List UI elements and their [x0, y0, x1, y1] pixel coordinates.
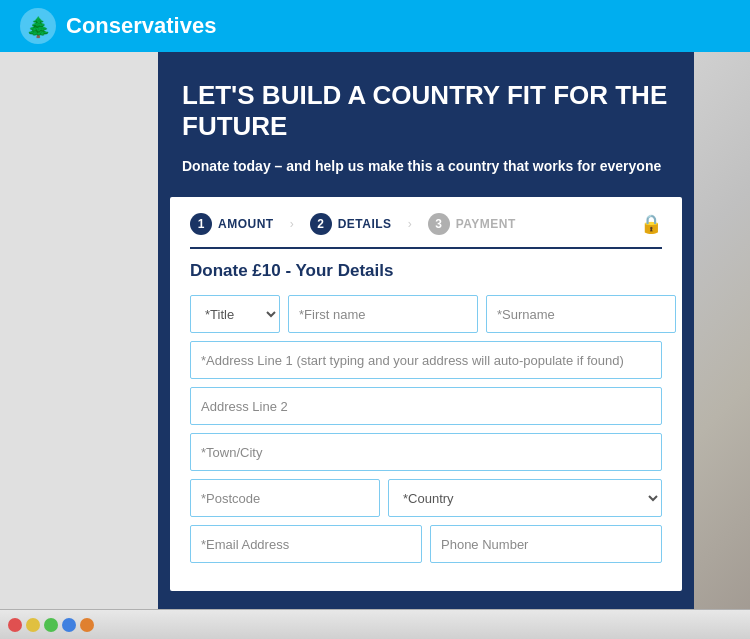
main-layout: LET'S BUILD A COUNTRY FIT FOR THE FUTURE…	[0, 52, 750, 639]
step-amount[interactable]: 1 AMOUNT	[190, 213, 274, 235]
address2-row	[190, 387, 662, 425]
step-2-label: DETAILS	[338, 217, 392, 231]
surname-input[interactable]	[486, 295, 676, 333]
town-row	[190, 433, 662, 471]
town-input[interactable]	[190, 433, 662, 471]
step-2-number: 2	[310, 213, 332, 235]
first-name-input[interactable]	[288, 295, 478, 333]
sidebar-image	[694, 52, 750, 639]
step-divider-2: ›	[408, 217, 412, 231]
step-details[interactable]: 2 DETAILS	[310, 213, 392, 235]
title-select[interactable]: *Title	[190, 295, 280, 333]
logo-container: 🌲 Conservatives	[20, 8, 216, 44]
taskbar-dot-blue	[62, 618, 76, 632]
site-title: Conservatives	[66, 13, 216, 39]
lock-icon: 🔒	[640, 213, 662, 235]
taskbar	[0, 609, 750, 639]
postcode-country-row: *Country	[190, 479, 662, 517]
taskbar-dot-green	[44, 618, 58, 632]
conservatives-logo-icon: 🌲	[20, 8, 56, 44]
header: 🌲 Conservatives	[0, 0, 750, 52]
email-phone-row	[190, 525, 662, 563]
form-card: 1 AMOUNT › 2 DETAILS › 3 PAYMENT	[170, 197, 682, 591]
steps-bar: 1 AMOUNT › 2 DETAILS › 3 PAYMENT	[190, 213, 662, 249]
step-divider-1: ›	[290, 217, 294, 231]
postcode-input[interactable]	[190, 479, 380, 517]
address1-row	[190, 341, 662, 379]
phone-input[interactable]	[430, 525, 662, 563]
step-3-number: 3	[428, 213, 450, 235]
taskbar-dot-yellow	[26, 618, 40, 632]
hero-title: LET'S BUILD A COUNTRY FIT FOR THE FUTURE	[182, 80, 670, 142]
step-3-label: PAYMENT	[456, 217, 516, 231]
taskbar-dot-red	[8, 618, 22, 632]
hero-subtitle: Donate today – and help us make this a c…	[182, 156, 670, 177]
svg-text:🌲: 🌲	[26, 15, 51, 39]
form-title: Donate £10 - Your Details	[190, 261, 662, 281]
name-row: *Title	[190, 295, 662, 333]
step-1-label: AMOUNT	[218, 217, 274, 231]
address1-input[interactable]	[190, 341, 662, 379]
right-sidebar	[694, 52, 750, 639]
hero-section: LET'S BUILD A COUNTRY FIT FOR THE FUTURE…	[158, 52, 694, 197]
taskbar-dot-orange	[80, 618, 94, 632]
center-content: LET'S BUILD A COUNTRY FIT FOR THE FUTURE…	[158, 52, 694, 639]
left-sidebar	[0, 52, 158, 639]
country-select[interactable]: *Country	[388, 479, 662, 517]
step-payment[interactable]: 3 PAYMENT	[428, 213, 516, 235]
email-input[interactable]	[190, 525, 422, 563]
address2-input[interactable]	[190, 387, 662, 425]
step-1-number: 1	[190, 213, 212, 235]
